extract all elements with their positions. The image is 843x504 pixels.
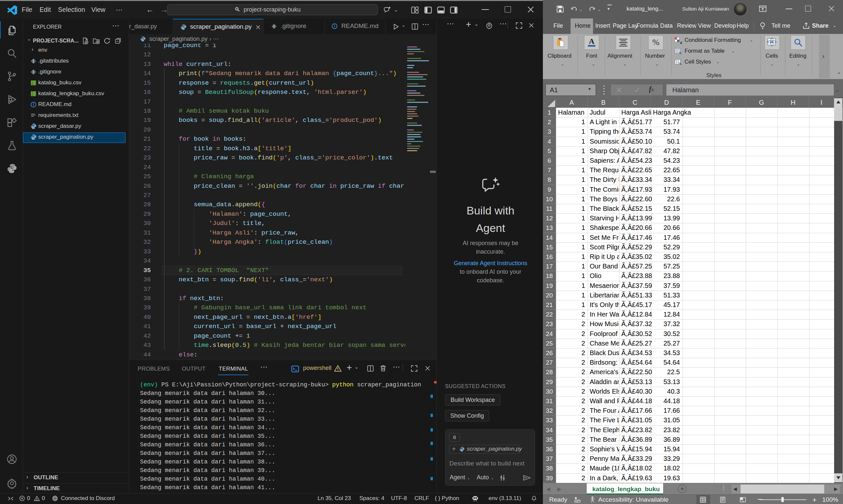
svg-text:≠: ≠: [680, 40, 682, 45]
svg-text:A: A: [589, 37, 595, 46]
